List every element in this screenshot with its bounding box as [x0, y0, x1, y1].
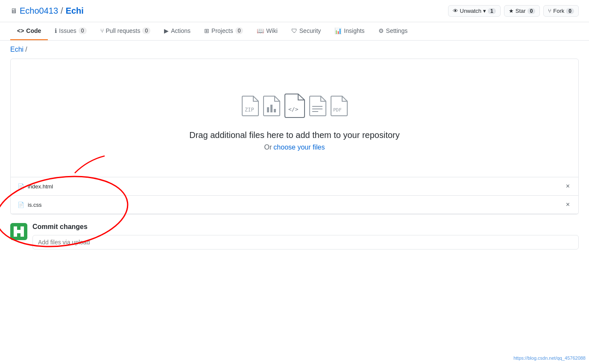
- fork-label: Fork: [553, 8, 564, 14]
- tab-bar: <> Code ℹ Issues 0 ⑂ Pull requests 0 ▶ A…: [0, 22, 589, 41]
- or-text: Or: [264, 144, 272, 151]
- settings-icon: ⚙: [378, 27, 384, 34]
- repo-separator: /: [61, 6, 63, 16]
- svg-text:ZIP: ZIP: [245, 107, 254, 113]
- repo-name-link[interactable]: Echi: [66, 6, 84, 16]
- code-icon: <>: [17, 27, 24, 34]
- repo-title: 🖥 Echo0413 / Echi: [10, 6, 84, 16]
- breadcrumb-separator: /: [25, 46, 27, 53]
- pr-badge: 0: [142, 27, 150, 34]
- svg-rect-2: [270, 105, 273, 112]
- tab-wiki[interactable]: 📖 Wiki: [250, 22, 284, 40]
- fork-count: 0: [566, 8, 574, 14]
- zip-file-icon: ZIP: [241, 95, 259, 118]
- shield-icon: 🛡: [291, 27, 297, 34]
- svg-text:PDF: PDF: [333, 107, 342, 113]
- svg-text:</>: </>: [288, 106, 299, 112]
- top-bar: 🖥 Echo0413 / Echi 👁 Unwatch ▾ 1 ★ Star 0…: [0, 0, 589, 22]
- fork-button[interactable]: ⑂ Fork 0: [543, 5, 579, 17]
- unwatch-button[interactable]: 👁 Unwatch ▾ 1: [448, 5, 501, 17]
- tab-pull-requests[interactable]: ⑂ Pull requests 0: [94, 22, 158, 40]
- unwatch-label: Unwatch: [460, 8, 482, 14]
- projects-badge: 0: [235, 27, 243, 34]
- file-icon: 📄: [18, 183, 24, 190]
- projects-icon: ⊞: [204, 27, 209, 34]
- breadcrumb-repo-link[interactable]: Echi: [10, 46, 23, 53]
- issues-icon: ℹ: [55, 27, 57, 34]
- repo-icon: 🖥: [10, 7, 17, 15]
- upload-container: ZIP </>: [10, 59, 579, 214]
- code-file-icon: </>: [284, 93, 305, 120]
- svg-rect-3: [274, 109, 276, 112]
- drop-zone[interactable]: ZIP </>: [11, 59, 578, 177]
- pdf-file-icon: PDF: [330, 95, 348, 118]
- tab-security[interactable]: 🛡 Security: [284, 22, 328, 40]
- tab-actions[interactable]: ▶ Actions: [157, 22, 197, 40]
- svg-rect-1: [267, 107, 269, 112]
- fork-icon: ⑂: [548, 8, 551, 14]
- file-row-left: 📄 is.css: [18, 202, 42, 208]
- pr-icon: ⑂: [100, 27, 104, 34]
- file-icons-group: ZIP </>: [241, 93, 348, 120]
- file-name: is.css: [28, 202, 42, 208]
- drop-main-text: Drag additional files here to add them t…: [189, 130, 400, 140]
- file-icon: 📄: [18, 202, 24, 208]
- wiki-icon: 📖: [257, 27, 264, 34]
- tab-projects[interactable]: ⊞ Projects 0: [197, 22, 250, 40]
- repo-owner-link[interactable]: Echo0413: [20, 6, 58, 16]
- commit-message-input[interactable]: [32, 235, 579, 250]
- remove-file-button[interactable]: ×: [564, 200, 571, 209]
- choose-files-link[interactable]: choose your files: [273, 144, 325, 151]
- file-row: 📄 index.html ×: [11, 177, 578, 196]
- star-count: 0: [527, 8, 536, 14]
- issues-badge: 0: [79, 27, 87, 34]
- text-file-icon: [309, 95, 327, 118]
- commit-title: Commit changes: [32, 223, 579, 231]
- file-name: index.html: [28, 183, 53, 190]
- commit-form: Commit changes: [32, 223, 579, 250]
- avatar: [10, 223, 27, 240]
- avatar-inner: [10, 223, 27, 240]
- file-list: 📄 index.html × 📄 is.css ×: [11, 177, 578, 214]
- actions-icon: ▶: [164, 27, 169, 34]
- star-label: Star: [516, 8, 526, 14]
- tab-issues[interactable]: ℹ Issues 0: [48, 22, 93, 40]
- unwatch-count: 1: [488, 8, 496, 14]
- star-button[interactable]: ★ Star 0: [504, 5, 540, 17]
- tab-code[interactable]: <> Code: [10, 22, 48, 40]
- chart-file-icon: [263, 95, 281, 118]
- file-row: 📄 is.css ×: [11, 196, 578, 214]
- svg-rect-15: [14, 230, 24, 233]
- star-icon: ★: [509, 8, 514, 14]
- tab-insights[interactable]: 📊 Insights: [328, 22, 371, 40]
- remove-file-button[interactable]: ×: [564, 182, 571, 191]
- commit-section: Commit changes: [10, 214, 579, 258]
- insights-icon: 📊: [334, 27, 342, 34]
- header-actions: 👁 Unwatch ▾ 1 ★ Star 0 ⑂ Fork 0: [448, 5, 579, 17]
- tab-settings[interactable]: ⚙ Settings: [372, 22, 415, 40]
- eye-icon: 👁: [453, 8, 458, 14]
- unwatch-dropdown-icon: ▾: [483, 8, 486, 14]
- breadcrumb: Echi /: [0, 41, 589, 59]
- file-row-left: 📄 index.html: [18, 183, 53, 190]
